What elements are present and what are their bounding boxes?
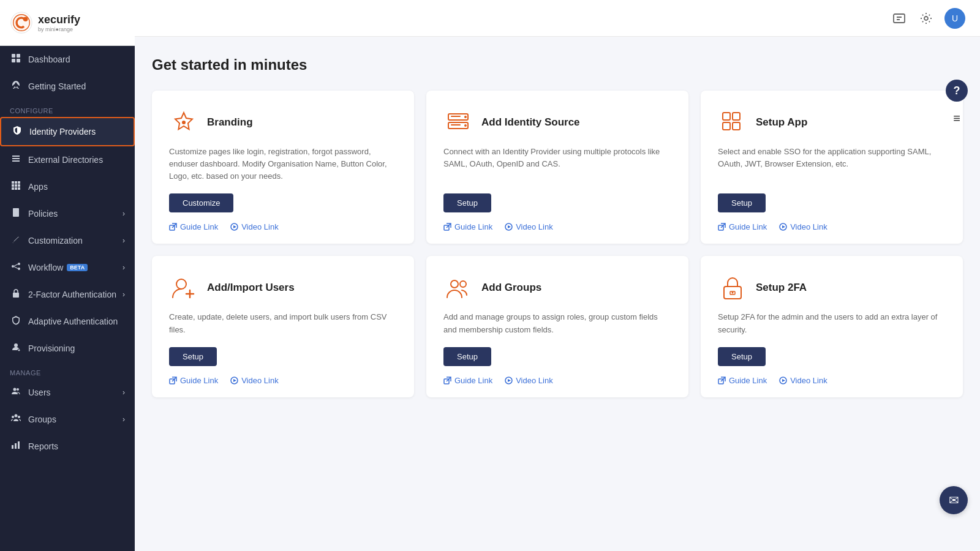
card-desc-add-import-users: Create, update, delete users, and import… <box>169 311 397 335</box>
sidebar-label-apps: Apps <box>28 182 48 192</box>
sidebar-item-customization[interactable]: Customization › <box>0 227 135 254</box>
card-icon-add-identity-source <box>443 108 473 137</box>
lock-icon <box>10 288 22 301</box>
sidebar-item-workflow[interactable]: Workflow BETA › <box>0 254 135 281</box>
svg-point-2 <box>23 17 28 22</box>
card-link-add-identity-source-0[interactable]: Guide Link <box>443 222 492 231</box>
card-link-add-groups-1[interactable]: Video Link <box>505 376 552 385</box>
section-manage: Manage <box>0 362 135 379</box>
sidebar-item-policies[interactable]: Policies › <box>0 200 135 227</box>
card-desc-setup-app: Select and enable SSO for the applicatio… <box>718 146 946 182</box>
svg-point-20 <box>18 263 20 265</box>
topbar: U <box>135 0 980 37</box>
card-add-import-users: Add/Import Users Create, update, delete … <box>152 256 414 397</box>
card-link-setup-2fa-0[interactable]: Guide Link <box>718 376 767 385</box>
sidebar-item-reports[interactable]: Reports <box>0 433 135 460</box>
tooltip-icon[interactable] <box>891 10 908 27</box>
card-header-branding: Branding <box>169 108 397 137</box>
sidebar-label-identity-providers: Identity Providers <box>29 127 96 137</box>
sidebar-label-2fa: 2-Factor Authentication <box>28 290 116 299</box>
sidebar-item-2fa[interactable]: 2-Factor Authentication › <box>0 281 135 308</box>
user-avatar[interactable]: U <box>944 8 965 29</box>
sidebar-item-groups[interactable]: Groups › <box>0 406 135 433</box>
card-link-setup-app-1[interactable]: Video Link <box>779 222 827 231</box>
card-link-add-groups-0[interactable]: Guide Link <box>443 376 492 385</box>
card-link-branding-1[interactable]: Video Link <box>230 222 278 231</box>
svg-marker-41 <box>233 225 236 228</box>
card-branding: Branding Customize pages like login, reg… <box>152 91 414 244</box>
sidebar-label-dashboard: Dashboard <box>28 54 70 64</box>
card-btn-add-import-users[interactable]: Setup <box>169 347 217 366</box>
svg-rect-5 <box>12 59 15 62</box>
svg-marker-74 <box>782 379 785 382</box>
card-link-setup-app-0[interactable]: Guide Link <box>718 222 767 231</box>
sidebar-item-adaptive-auth[interactable]: Adaptive Authentication <box>0 308 135 335</box>
sidebar-label-customization: Customization <box>28 236 83 246</box>
sidebar-label-provisioning: Provisioning <box>28 343 75 353</box>
sidebar-item-provisioning[interactable]: Provisioning <box>0 335 135 362</box>
svg-point-32 <box>18 416 20 418</box>
card-icon-branding <box>169 108 198 137</box>
card-btn-branding[interactable]: Customize <box>169 193 233 212</box>
svg-point-45 <box>464 124 467 127</box>
svg-rect-17 <box>15 187 17 190</box>
sidebar-item-getting-started[interactable]: Getting Started <box>0 73 135 100</box>
card-link-setup-2fa-1[interactable]: Video Link <box>779 376 827 385</box>
help-fab[interactable]: ? <box>946 80 968 102</box>
users-arrow: › <box>123 388 125 397</box>
svg-rect-54 <box>733 122 740 130</box>
card-desc-setup-2fa: Setup 2FA for the admin and the users to… <box>718 311 946 335</box>
page-title: Get started in minutes <box>152 56 963 73</box>
sidebar-item-apps[interactable]: Apps <box>0 173 135 200</box>
workflow-arrow: › <box>123 263 125 272</box>
card-title-setup-app: Setup App <box>756 116 807 129</box>
beta-badge: BETA <box>67 264 88 271</box>
svg-rect-51 <box>723 113 730 120</box>
card-link-add-import-users-1[interactable]: Video Link <box>230 376 278 385</box>
card-btn-setup-app[interactable]: Setup <box>718 193 766 212</box>
svg-point-64 <box>451 280 458 288</box>
customization-arrow: › <box>123 236 125 245</box>
sidebar-item-external-directories[interactable]: External Directories <box>0 146 135 173</box>
svg-rect-33 <box>12 445 13 449</box>
svg-point-38 <box>182 121 186 124</box>
card-icon-add-import-users <box>169 273 198 302</box>
settings-icon[interactable] <box>918 10 935 27</box>
svg-point-65 <box>460 281 466 287</box>
adaptive-icon <box>10 315 22 328</box>
sidebar-item-dashboard[interactable]: Dashboard <box>0 46 135 73</box>
shield-icon <box>11 126 23 138</box>
provisioning-icon <box>10 342 22 354</box>
card-link-branding-0[interactable]: Guide Link <box>169 222 218 231</box>
sidebar-item-users[interactable]: Users › <box>0 379 135 406</box>
card-link-add-identity-source-1[interactable]: Video Link <box>505 222 552 231</box>
users-icon <box>10 386 22 399</box>
logo-icon <box>10 11 33 34</box>
card-link-add-import-users-0[interactable]: Guide Link <box>169 376 218 385</box>
svg-rect-11 <box>15 181 17 184</box>
svg-rect-13 <box>12 184 14 187</box>
rocket-icon <box>10 80 22 92</box>
sidebar-label-policies: Policies <box>28 209 58 219</box>
svg-rect-7 <box>12 156 20 157</box>
card-header-setup-2fa: Setup 2FA <box>718 273 946 302</box>
brand-sub: by mini●range <box>38 26 80 32</box>
card-links-add-identity-source: Guide LinkVideo Link <box>443 222 671 231</box>
svg-rect-9 <box>12 160 20 162</box>
2fa-arrow: › <box>123 290 125 299</box>
email-fab[interactable]: ✉ <box>940 486 968 514</box>
sidebar-item-identity-providers[interactable]: Identity Providers <box>0 117 135 146</box>
svg-point-58 <box>176 279 186 289</box>
card-header-add-identity-source: Add Identity Source <box>443 108 671 137</box>
card-btn-add-identity-source[interactable]: Setup <box>443 193 491 212</box>
sidebar-label-users: Users <box>28 388 51 397</box>
menu-fab[interactable]: ≡ <box>946 107 968 129</box>
svg-rect-3 <box>12 54 15 58</box>
brand-name: xecurify <box>38 13 80 26</box>
sidebar-label-adaptive-auth: Adaptive Authentication <box>28 317 118 326</box>
svg-rect-16 <box>12 187 14 190</box>
card-btn-add-groups[interactable]: Setup <box>443 347 491 366</box>
card-btn-setup-2fa[interactable]: Setup <box>718 347 766 366</box>
logo: xecurify by mini●range <box>0 0 135 46</box>
svg-rect-46 <box>451 116 461 117</box>
